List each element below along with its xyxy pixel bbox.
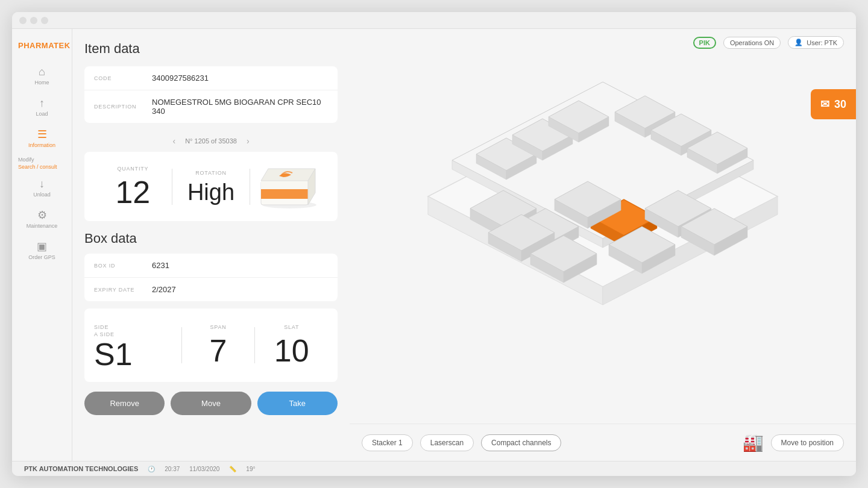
product-image-area xyxy=(250,164,328,209)
footer-time: 20:37 xyxy=(165,466,180,472)
footer-date: 11/03/2020 xyxy=(189,466,219,472)
svg-rect-3 xyxy=(261,181,308,189)
sidebar-item-maintenance-label: Maintenance xyxy=(27,223,58,229)
box-data-card: BOX ID 6231 EXPIRY DATE 2/2027 xyxy=(84,254,338,301)
sidebar-item-unload-label: Unload xyxy=(33,192,51,198)
rotation-label: ROTATION xyxy=(172,170,250,176)
sidebar-item-order-gps-label: Order GPS xyxy=(28,254,55,260)
take-button[interactable]: Take xyxy=(257,392,338,415)
warehouse-view xyxy=(350,29,856,424)
box-metrics-row: SIDE A SIDE S1 SPAN 7 SLAT 10 xyxy=(84,308,338,382)
nav-arrows: ‹ N° 1205 of 35038 › xyxy=(84,130,338,152)
load-icon: ↑ xyxy=(39,98,45,108)
notification-count: 30 xyxy=(834,98,846,111)
product-image xyxy=(256,164,322,209)
sidebar-item-unload[interactable]: ↓ Unload xyxy=(12,172,72,204)
traffic-light-close[interactable] xyxy=(19,17,27,24)
span-value: 7 xyxy=(182,335,255,366)
sidebar-item-home[interactable]: ⌂ Home xyxy=(12,60,72,92)
envelope-icon: ✉ xyxy=(820,98,829,111)
side-label: SIDE xyxy=(94,324,108,330)
box-id-row: BOX ID 6231 xyxy=(84,254,338,278)
prev-arrow[interactable]: ‹ xyxy=(172,136,175,146)
traffic-light-min[interactable] xyxy=(30,17,37,24)
footer-brand: PTK AUTOMATION TECHNOLOGIES xyxy=(24,465,138,472)
right-panel: PIK Operations ON 👤 User: PTK ✉ 30 xyxy=(350,29,856,461)
stacker-button[interactable]: Stacker 1 xyxy=(362,434,413,451)
svg-rect-2 xyxy=(261,188,308,199)
footer: PTK AUTOMATION TECHNOLOGIES 🕐 20:37 11/0… xyxy=(12,461,856,476)
expiry-row: EXPIRY DATE 2/2027 xyxy=(84,278,338,301)
laserscan-button[interactable]: Laserscan xyxy=(420,434,474,451)
brand: PHARMATEK xyxy=(12,35,72,60)
description-label: DESCRIPTION xyxy=(94,104,142,110)
traffic-light-max[interactable] xyxy=(41,17,48,24)
maintenance-icon: ⚙ xyxy=(37,210,47,221)
side-block: SIDE A SIDE S1 xyxy=(94,321,181,370)
user-label: User: PTK xyxy=(807,39,837,46)
sidebar-item-load-label: Load xyxy=(36,111,48,117)
item-code-card: CODE 3400927586231 DESCRIPTION NOMEGESTR… xyxy=(84,66,338,123)
nav-counter: N° 1205 of 35038 xyxy=(185,137,237,145)
unload-icon: ↓ xyxy=(39,178,45,189)
action-row: Remove Move Take xyxy=(84,392,338,415)
slat-value: 10 xyxy=(255,335,328,366)
compact-channels-button[interactable]: Compact channels xyxy=(481,434,561,451)
footer-clock-icon: 🕐 xyxy=(148,466,155,472)
sub-nav-link[interactable]: Search / consult xyxy=(18,164,66,170)
code-row: CODE 3400927586231 xyxy=(84,66,338,90)
box-id-label: BOX ID xyxy=(94,263,142,269)
quantity-block: QUANTITY 12 xyxy=(94,166,172,208)
home-icon: ⌂ xyxy=(39,66,45,77)
information-icon: ☰ xyxy=(37,129,47,140)
expiry-label: EXPIRY DATE xyxy=(94,287,142,293)
span-block: SPAN 7 xyxy=(182,324,255,366)
sidebar-item-information[interactable]: ☰ Information xyxy=(12,123,72,154)
move-to-position-button[interactable]: Move to position xyxy=(771,434,844,451)
bottom-controls: Stacker 1 Laserscan Compact channels 🏭 M… xyxy=(350,424,856,461)
sidebar-item-order-gps[interactable]: ▣ Order GPS xyxy=(12,235,72,266)
sidebar-item-information-label: Information xyxy=(28,142,55,148)
description-value: NOMEGESTROL 5MG BIOGARAN CPR SEC10 340 xyxy=(152,98,328,116)
title-bar xyxy=(12,12,856,29)
brand-name: PHARMATEK xyxy=(18,41,71,50)
rotation-value: High xyxy=(172,181,250,204)
operations-badge[interactable]: Operations ON xyxy=(723,37,781,49)
quantity-value: 12 xyxy=(94,177,172,208)
next-arrow[interactable]: › xyxy=(247,136,250,146)
quantity-label: QUANTITY xyxy=(94,166,172,172)
notification-button[interactable]: ✉ 30 xyxy=(811,89,856,119)
pik-badge: PIK xyxy=(693,37,716,49)
sub-nav-parent: Modify xyxy=(18,157,66,163)
sidebar-item-load[interactable]: ↑ Load xyxy=(12,92,72,123)
footer-temp: 19° xyxy=(246,466,255,472)
box-id-value: 6231 xyxy=(152,261,169,270)
sub-nav: Modify Search / consult xyxy=(12,154,72,172)
span-label: SPAN xyxy=(182,324,255,330)
code-label: CODE xyxy=(94,75,142,81)
slat-label: SLAT xyxy=(255,324,328,330)
code-value: 3400927586231 xyxy=(152,74,209,83)
order-gps-icon: ▣ xyxy=(37,241,47,252)
user-icon: 👤 xyxy=(794,39,803,46)
description-row: DESCRIPTION NOMEGESTROL 5MG BIOGARAN CPR… xyxy=(84,90,338,123)
sidebar-item-home-label: Home xyxy=(34,80,49,86)
metrics-row: QUANTITY 12 ROTATION High xyxy=(84,152,338,221)
expiry-value: 2/2027 xyxy=(152,285,176,294)
warehouse-icon: 🏭 xyxy=(743,433,764,452)
left-panel: Item data CODE 3400927586231 DESCRIPTION… xyxy=(72,29,350,461)
footer-temp-icon: 📏 xyxy=(229,466,236,472)
rotation-block: ROTATION High xyxy=(172,170,250,204)
remove-button[interactable]: Remove xyxy=(84,392,165,415)
sidebar: PHARMATEK ⌂ Home ↑ Load ☰ Information Mo… xyxy=(12,29,72,461)
user-badge: 👤 User: PTK xyxy=(788,36,844,49)
top-header: PIK Operations ON 👤 User: PTK xyxy=(681,29,856,56)
box-data-title: Box data xyxy=(84,231,338,246)
item-data-title: Item data xyxy=(84,41,338,57)
side-value: S1 xyxy=(94,339,181,370)
warehouse-svg xyxy=(392,70,814,383)
slat-block: SLAT 10 xyxy=(255,324,328,366)
sidebar-item-maintenance[interactable]: ⚙ Maintenance xyxy=(12,204,72,235)
move-button[interactable]: Move xyxy=(171,392,251,415)
